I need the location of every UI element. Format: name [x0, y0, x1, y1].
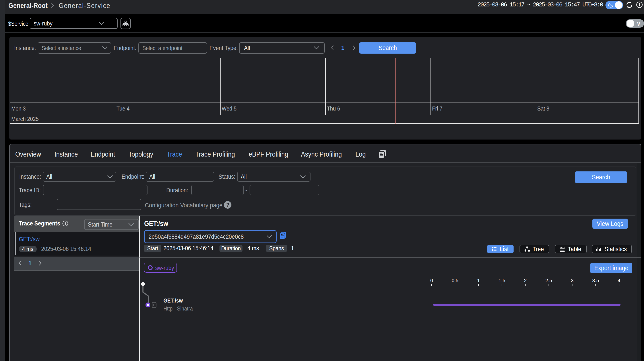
svg-text:0: 0 — [430, 278, 433, 283]
svg-text:2.5: 2.5 — [546, 278, 552, 283]
svg-text:2: 2 — [524, 278, 527, 283]
svg-text:3: 3 — [571, 278, 574, 283]
svg-text:3.5: 3.5 — [592, 278, 599, 283]
svg-text:0.5: 0.5 — [452, 278, 459, 283]
svg-text:1.5: 1.5 — [498, 278, 505, 283]
svg-text:4: 4 — [618, 278, 620, 283]
svg-text:1: 1 — [477, 278, 480, 283]
